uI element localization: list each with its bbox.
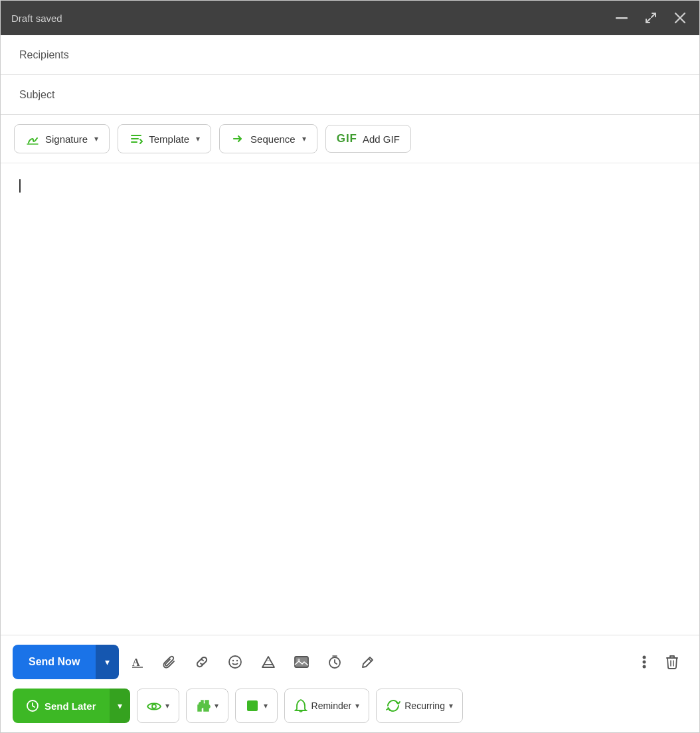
- draft-saved-title: Draft saved: [11, 13, 62, 24]
- svg-rect-11: [295, 657, 308, 667]
- link-button[interactable]: [188, 649, 216, 675]
- eye-icon: [147, 699, 161, 713]
- attachment-button[interactable]: [156, 649, 183, 675]
- send-now-dropdown[interactable]: ▾: [96, 645, 119, 679]
- snippet-icon: [245, 698, 260, 713]
- svg-rect-3: [131, 135, 141, 136]
- schedule-button[interactable]: [321, 649, 349, 675]
- subject-row: Subject: [1, 75, 699, 115]
- svg-point-10: [236, 660, 238, 661]
- text-cursor: [19, 179, 21, 193]
- subject-label: Subject: [19, 89, 79, 101]
- compose-toolbar: Signature ▾ Template ▾ Se: [1, 115, 699, 163]
- svg-point-17: [643, 665, 646, 669]
- snippet-dropdown-arrow: ▾: [264, 701, 268, 710]
- title-bar: Draft saved: [1, 1, 699, 35]
- signature-dropdown-arrow: ▾: [94, 134, 98, 143]
- expand-button[interactable]: [642, 9, 659, 27]
- view-button[interactable]: ▾: [137, 689, 179, 723]
- template-icon: [129, 131, 143, 146]
- window-controls: [613, 9, 689, 27]
- view-dropdown-arrow: ▾: [165, 701, 169, 710]
- signature-icon: [25, 131, 40, 146]
- bottom-row-2: Send Later ▾ ▾: [1, 689, 699, 732]
- template-dropdown-arrow: ▾: [196, 134, 200, 143]
- delete-button[interactable]: [657, 649, 687, 675]
- recipients-row: Recipients: [1, 35, 699, 75]
- subject-input[interactable]: [79, 89, 681, 101]
- send-later-button[interactable]: Send Later: [13, 689, 110, 723]
- svg-text:A: A: [132, 657, 140, 668]
- edit-button[interactable]: [354, 649, 382, 675]
- recipients-input[interactable]: [79, 49, 681, 61]
- recipients-label: Recipients: [19, 49, 79, 61]
- sequence-button[interactable]: Sequence ▾: [219, 124, 317, 153]
- svg-rect-5: [131, 141, 137, 143]
- text-format-button[interactable]: A: [124, 650, 151, 674]
- more-options-button[interactable]: [637, 649, 652, 675]
- signature-label: Signature: [45, 133, 88, 145]
- snippet-button[interactable]: ▾: [235, 689, 278, 723]
- send-now-label: Send Now: [29, 656, 80, 668]
- bottom-toolbar: Send Now ▾ A: [1, 635, 699, 732]
- svg-rect-22: [247, 700, 258, 711]
- plugin-dropdown-arrow: ▾: [215, 701, 219, 710]
- send-later-label: Send Later: [44, 700, 96, 712]
- puzzle-icon: [196, 698, 211, 713]
- recurring-icon: [386, 698, 400, 713]
- svg-point-9: [232, 660, 234, 661]
- drive-button[interactable]: [254, 650, 282, 674]
- svg-rect-0: [616, 17, 628, 19]
- sequence-icon: [230, 131, 245, 146]
- send-later-dropdown[interactable]: ▾: [110, 689, 130, 723]
- recurring-dropdown-arrow: ▾: [449, 701, 453, 710]
- send-now-group: Send Now ▾: [13, 645, 119, 679]
- template-label: Template: [149, 133, 189, 145]
- svg-point-8: [229, 656, 241, 668]
- reminder-dropdown-arrow: ▾: [355, 701, 359, 710]
- add-gif-label: Add GIF: [363, 133, 400, 145]
- svg-point-15: [643, 656, 646, 659]
- email-body[interactable]: [1, 163, 699, 635]
- send-later-group: Send Later ▾: [13, 689, 130, 723]
- svg-point-16: [643, 661, 646, 664]
- bell-icon: [294, 698, 307, 713]
- bottom-row-1: Send Now ▾ A: [1, 635, 699, 689]
- close-button[interactable]: [671, 9, 689, 27]
- send-now-button[interactable]: Send Now: [13, 645, 96, 679]
- sequence-label: Sequence: [250, 133, 296, 145]
- reminder-button[interactable]: Reminder ▾: [284, 689, 370, 723]
- sequence-dropdown-arrow: ▾: [302, 134, 306, 143]
- gif-icon: GIF: [337, 132, 357, 145]
- minimize-button[interactable]: [613, 14, 630, 22]
- reminder-label: Reminder: [311, 700, 352, 711]
- email-compose-window: Draft saved Recipients Subject: [0, 0, 700, 733]
- svg-rect-4: [131, 138, 139, 139]
- image-button[interactable]: [288, 650, 315, 674]
- emoji-button[interactable]: [221, 649, 249, 675]
- svg-point-21: [152, 704, 156, 708]
- recurring-label: Recurring: [404, 700, 445, 711]
- plugin-button[interactable]: ▾: [186, 689, 228, 723]
- add-gif-button[interactable]: GIF Add GIF: [325, 125, 411, 153]
- signature-button[interactable]: Signature ▾: [14, 124, 110, 153]
- recurring-button[interactable]: Recurring ▾: [376, 689, 463, 723]
- template-button[interactable]: Template ▾: [118, 124, 211, 153]
